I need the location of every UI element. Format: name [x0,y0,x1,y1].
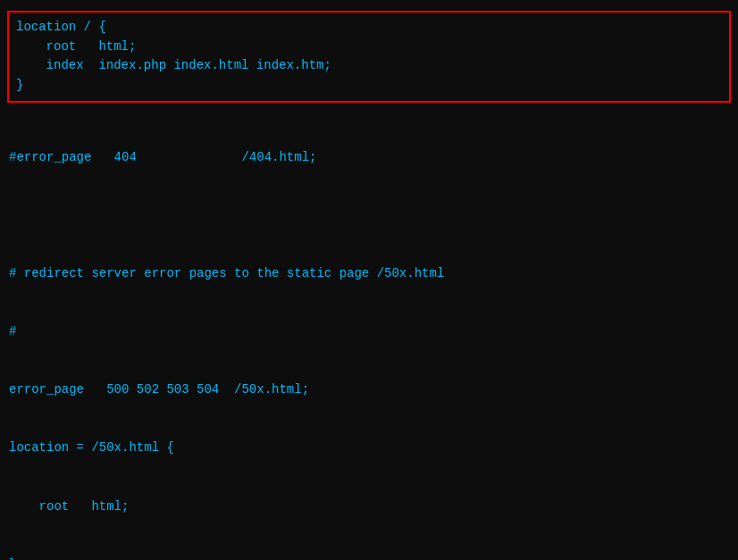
line-hash1: # [9,322,729,342]
code-container: location / { root html; index index.php … [7,11,731,560]
middle-section: #error_page 404 /404.html; # redirect se… [7,106,731,560]
line-error-page: error_page 500 502 503 504 /50x.html; [9,380,729,400]
location-root-block: location / { root html; index index.php … [7,11,731,103]
line-location-50x: location = /50x.html { [9,439,729,458]
line-comment-redirect: # redirect server error pages to the sta… [9,264,729,284]
line-commented-error-page: #error_page 404 /404.html; [9,148,729,168]
line-location-root: location / { [16,18,722,38]
line-close-50x: } [9,556,729,560]
line-close-root: } [16,76,722,96]
line-root-html: root html; [16,38,722,57]
line-root-50x: root html; [9,497,729,517]
line-index: index index.php index.html index.htm; [16,56,722,76]
